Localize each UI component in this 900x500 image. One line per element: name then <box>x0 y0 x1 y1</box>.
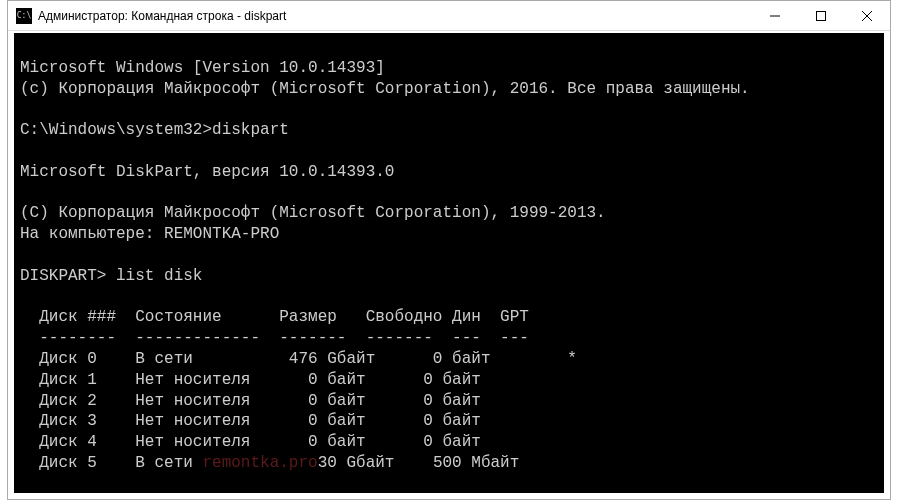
close-icon <box>862 11 872 21</box>
console-line: C:\Windows\system32>diskpart <box>20 121 289 139</box>
window-controls <box>752 1 890 30</box>
table-header-row: Диск ### Состояние Размер Свободно Дин G… <box>20 308 529 326</box>
table-row: Диск 4 Нет носителя 0 байт 0 байт <box>20 433 481 451</box>
table-row: Диск 3 Нет носителя 0 байт 0 байт <box>20 412 481 430</box>
svg-rect-1 <box>817 11 826 20</box>
table-row: Диск 5 В сети remontka.pro30 Gбайт 500 М… <box>20 454 519 472</box>
table-row: Диск 2 Нет носителя 0 байт 0 байт <box>20 392 481 410</box>
console-line: (c) Корпорация Майкрософт (Microsoft Cor… <box>20 80 750 98</box>
titlebar[interactable]: C:\ Администратор: Командная строка - di… <box>8 1 890 31</box>
window-title: Администратор: Командная строка - diskpa… <box>38 9 752 23</box>
watermark-text: remontka.pro <box>202 454 317 472</box>
console-line: Microsoft DiskPart, версия 10.0.14393.0 <box>20 163 394 181</box>
table-divider-row: -------- ------------- ------- ------- -… <box>20 329 529 347</box>
console-line: На компьютере: REMONTKA-PRO <box>20 225 279 243</box>
command-prompt-window: C:\ Администратор: Командная строка - di… <box>7 0 891 500</box>
table-row: Диск 1 Нет носителя 0 байт 0 байт <box>20 371 481 389</box>
minimize-button[interactable] <box>752 1 798 30</box>
console-line: (C) Корпорация Майкрософт (Microsoft Cor… <box>20 204 606 222</box>
console-output[interactable]: Microsoft Windows [Version 10.0.14393] (… <box>8 31 890 499</box>
close-button[interactable] <box>844 1 890 30</box>
console-line: Microsoft Windows [Version 10.0.14393] <box>20 59 385 77</box>
maximize-icon <box>816 11 826 21</box>
cmd-icon: C:\ <box>16 8 32 24</box>
maximize-button[interactable] <box>798 1 844 30</box>
table-row: Диск 0 В сети 476 Gбайт 0 байт * <box>20 350 577 368</box>
minimize-icon <box>770 11 780 21</box>
console-line: DISKPART> list disk <box>20 267 202 285</box>
